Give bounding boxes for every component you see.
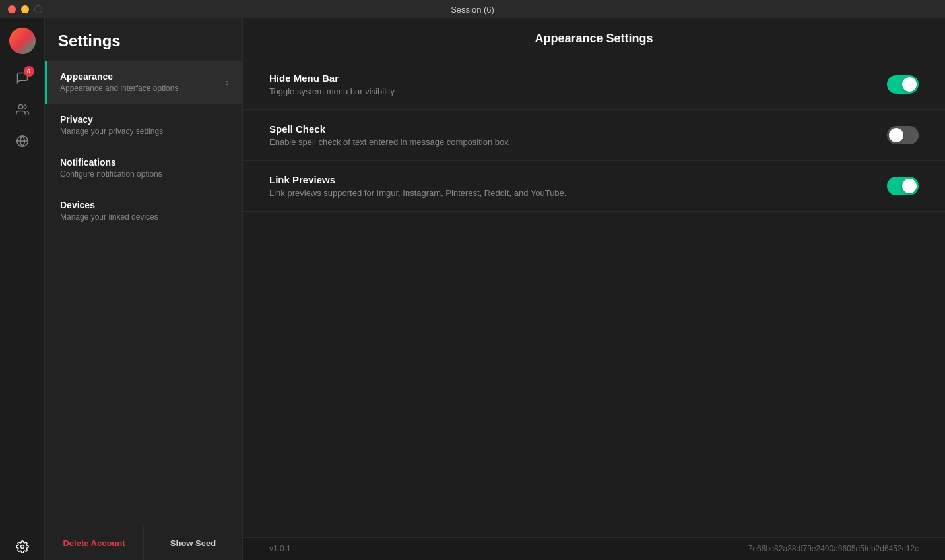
version-label: v1.0.1 — [269, 544, 291, 553]
settings-sidebar-bottom: Delete Account Show Seed — [45, 526, 242, 560]
nav-item-privacy-title: Privacy — [60, 114, 229, 125]
nav-item-appearance[interactable]: Appearance Appearance and interface opti… — [45, 61, 242, 104]
svg-point-3 — [20, 545, 24, 549]
icon-sidebar: 6 — [0, 18, 45, 560]
hide-menu-bar-thumb — [902, 77, 917, 92]
nav-item-appearance-subtitle: Appearance and interface options — [60, 84, 226, 93]
avatar-image — [9, 28, 36, 54]
nav-item-notifications-title: Notifications — [60, 157, 229, 168]
hide-menu-bar-title: Hide Menu Bar — [269, 73, 887, 84]
nav-item-devices-title: Devices — [60, 200, 229, 210]
hash-label: 7e68bc82a38df79e2490a9605d5feb2d6452c12c — [748, 544, 919, 553]
main-header: Appearance Settings — [243, 18, 945, 59]
nav-item-notifications-subtitle: Configure notification options — [60, 170, 229, 179]
svg-point-0 — [18, 105, 23, 109]
setting-row-spell-check: Spell Check Enable spell check of text e… — [243, 110, 945, 161]
nav-item-privacy[interactable]: Privacy Manage your privacy settings — [45, 104, 242, 146]
maximize-button[interactable] — [34, 5, 42, 13]
titlebar: Session (6) — [0, 0, 945, 18]
link-previews-thumb — [902, 179, 917, 193]
nav-item-appearance-title: Appearance — [60, 71, 226, 82]
sidebar-item-settings[interactable] — [9, 534, 36, 560]
main-header-title: Appearance Settings — [269, 32, 919, 46]
link-previews-toggle[interactable] — [887, 177, 919, 195]
link-previews-title: Link Previews — [269, 174, 887, 185]
nav-item-devices[interactable]: Devices Manage your linked devices — [45, 189, 242, 232]
nav-item-privacy-subtitle: Manage your privacy settings — [60, 127, 229, 136]
nav-item-devices-subtitle: Manage your linked devices — [60, 212, 229, 222]
setting-row-link-previews: Link Previews Link previews supported fo… — [243, 161, 945, 212]
show-seed-button[interactable]: Show Seed — [144, 526, 242, 560]
minimize-button[interactable] — [21, 5, 29, 13]
app: 6 Settings — [0, 18, 945, 560]
sidebar-item-opengroups[interactable] — [9, 128, 36, 154]
main-footer: v1.0.1 7e68bc82a38df79e2490a9605d5feb2d6… — [243, 537, 945, 560]
hide-menu-bar-desc: Toggle system menu bar visibility — [269, 86, 887, 96]
sidebar-item-contacts[interactable] — [9, 96, 36, 123]
settings-nav: Appearance Appearance and interface opti… — [45, 61, 242, 526]
settings-sidebar: Settings Appearance Appearance and inter… — [45, 18, 243, 560]
chevron-right-icon: › — [226, 77, 229, 88]
nav-item-notifications[interactable]: Notifications Configure notification opt… — [45, 146, 242, 189]
traffic-lights — [8, 5, 42, 13]
spell-check-desc: Enable spell check of text entered in me… — [269, 137, 887, 147]
spell-check-title: Spell Check — [269, 123, 887, 135]
main-content: Appearance Settings Hide Menu Bar Toggle… — [243, 18, 945, 560]
close-button[interactable] — [8, 5, 16, 13]
delete-account-button[interactable]: Delete Account — [45, 526, 144, 560]
avatar[interactable] — [9, 28, 36, 54]
spell-check-toggle[interactable] — [887, 126, 919, 144]
sidebar-item-messages[interactable]: 6 — [9, 65, 36, 91]
settings-title: Settings — [45, 18, 242, 61]
titlebar-title: Session (6) — [451, 5, 494, 15]
settings-content: Hide Menu Bar Toggle system menu bar vis… — [243, 59, 945, 537]
messages-badge: 6 — [24, 66, 34, 77]
spell-check-thumb — [889, 128, 903, 142]
setting-row-hide-menu-bar: Hide Menu Bar Toggle system menu bar vis… — [243, 59, 945, 110]
hide-menu-bar-toggle[interactable] — [887, 75, 919, 94]
link-previews-desc: Link previews supported for Imgur, Insta… — [269, 188, 887, 198]
